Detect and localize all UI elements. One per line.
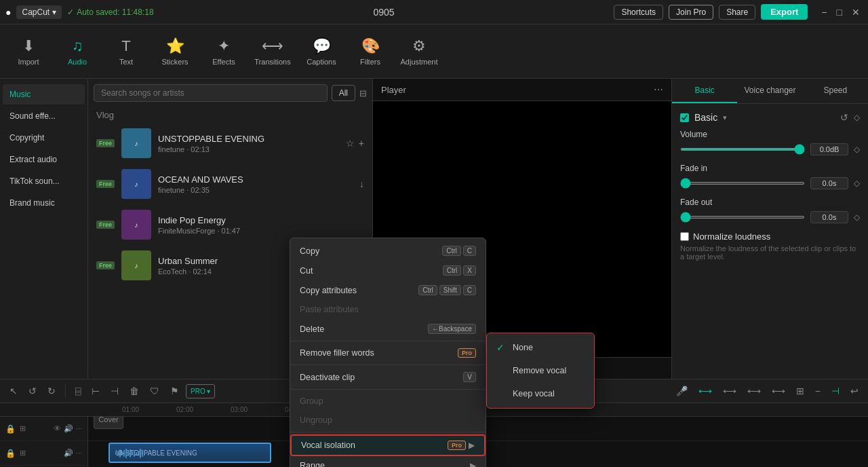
keyframe-button[interactable]: ◇ <box>854 113 860 122</box>
context-menu-group[interactable]: Group <box>290 392 486 411</box>
pro-tools-button[interactable]: PRO ▾ <box>186 384 215 398</box>
dropdown-icon[interactable]: ▾ <box>723 113 727 122</box>
fade-out-slider[interactable] <box>680 216 805 219</box>
trim-end-button[interactable]: ⊣ <box>106 383 123 399</box>
sidebar-item-copyright[interactable]: Copyright <box>3 128 85 148</box>
join-pro-button[interactable]: Join Pro <box>669 5 713 20</box>
context-menu-deactivate[interactable]: Deactivate clip V <box>290 367 486 387</box>
reset-button[interactable]: ↺ <box>840 112 848 123</box>
lock-icon: 🔒 <box>5 424 16 434</box>
eye-icon[interactable]: 👁 <box>54 424 61 433</box>
favorite-button[interactable]: ☆ <box>346 138 355 149</box>
sidebar-item-sound-effects[interactable]: Sound effe... <box>3 106 85 126</box>
toolbar-item-import[interactable]: ⬇ Import <box>5 28 52 75</box>
toolbar-item-adjustment[interactable]: ⚙ Adjustment <box>396 28 442 75</box>
more-icon[interactable]: ··· <box>76 449 82 457</box>
fade-in-value: 0.0s <box>810 177 848 189</box>
tab-speed[interactable]: Speed <box>803 79 868 103</box>
tab-basic[interactable]: Basic <box>672 79 737 103</box>
context-menu-copy[interactable]: Copy Ctrl C <box>290 241 486 261</box>
split-button[interactable]: ⌸ <box>71 383 85 399</box>
context-menu-cut[interactable]: Cut Ctrl X <box>290 261 486 280</box>
volume-label: Volume <box>680 130 860 139</box>
context-menu-ungroup[interactable]: Ungroup <box>290 411 486 430</box>
tab-voice-changer[interactable]: Voice changer <box>737 79 802 103</box>
context-menu-delete[interactable]: Delete ←Backspace <box>290 319 486 339</box>
sidebar-item-extract-audio[interactable]: Extract audio <box>3 149 85 170</box>
add-music-button[interactable]: + <box>359 138 364 149</box>
mic-button[interactable]: 🎤 <box>672 383 692 399</box>
list-item[interactable]: Free ♪ OCEAN AND WAVES finetune · 02:35 … <box>88 164 372 204</box>
toolbar-item-transitions[interactable]: ⟷ Transitions <box>250 28 296 75</box>
toolbar-item-text[interactable]: T Text <box>103 28 149 75</box>
menu-divider <box>290 432 486 432</box>
redo-button[interactable]: ↻ <box>43 383 60 399</box>
basic-checkbox[interactable] <box>680 113 689 122</box>
delete-button[interactable]: 🗑 <box>125 383 143 399</box>
fade-out-section: Fade out 0.0s ◇ <box>680 198 860 223</box>
audio-clip[interactable]: UNSTOPPABLE EVENING <box>108 443 271 463</box>
track-controls: 🔊 ··· <box>64 449 82 457</box>
filter-icon[interactable]: ⊟ <box>359 88 367 98</box>
sidebar-item-music[interactable]: Music <box>3 84 85 105</box>
merge-button[interactable]: ⟷ <box>743 383 765 399</box>
toolbar-item-stickers[interactable]: ⭐ Stickers <box>152 28 198 75</box>
fade-out-keyframe-button[interactable]: ◇ <box>854 212 860 222</box>
maximize-button[interactable]: □ <box>834 7 845 18</box>
toolbar-item-effects[interactable]: ✦ Effects <box>201 28 247 75</box>
volume-slider[interactable] <box>680 148 805 151</box>
all-filter-button[interactable]: All <box>332 85 355 101</box>
volume-slider-row: 0.0dB ◇ <box>680 143 860 155</box>
zoom-in-button[interactable]: ⊣ <box>827 383 844 399</box>
zoom-out-button[interactable]: − <box>811 383 825 399</box>
sidebar-item-tiktok-sound[interactable]: TikTok soun... <box>3 171 85 191</box>
flag-button[interactable]: ⚑ <box>166 383 183 399</box>
fade-in-slider[interactable] <box>680 182 805 185</box>
menu-divider <box>290 365 486 365</box>
shortcuts-button[interactable]: Shortcuts <box>614 5 663 20</box>
cursor-tool-button[interactable]: ↖ <box>5 383 22 399</box>
context-menu-paste-attributes[interactable]: Paste attributes <box>290 300 486 319</box>
normalize-checkbox[interactable] <box>680 232 689 241</box>
fade-in-keyframe-button[interactable]: ◇ <box>854 179 860 188</box>
undo-button[interactable]: ↺ <box>24 383 41 399</box>
volume-value: 0.0dB <box>810 143 848 155</box>
shield-button[interactable]: 🛡 <box>146 383 163 399</box>
music-info: Indie Pop Energy FiniteMusicForge · 01:4… <box>158 215 364 235</box>
audio-track-button[interactable]: ⟷ <box>694 383 716 399</box>
cover-label[interactable]: Cover <box>94 417 123 429</box>
sidebar-item-brand-music[interactable]: Brand music <box>3 193 85 213</box>
submenu-item-remove-vocal[interactable]: ✓ Remove vocal <box>487 359 594 382</box>
clone-button[interactable]: ⊞ <box>792 383 808 399</box>
close-button[interactable]: ✕ <box>849 7 863 18</box>
menu-button[interactable]: CapCut ▾ <box>16 5 62 19</box>
trim-start-button[interactable]: ⊢ <box>87 383 104 399</box>
toolbar-item-filters[interactable]: 🎨 Filters <box>347 28 393 75</box>
minimize-button[interactable]: − <box>818 7 829 18</box>
submenu-item-keep-vocal[interactable]: ✓ Keep vocal <box>487 382 594 405</box>
list-item[interactable]: Free ♪ UNSTOPPABLE EVENING finetune · 02… <box>88 123 372 164</box>
favorite-button[interactable]: ↓ <box>359 179 364 189</box>
menu-divider <box>290 341 486 341</box>
context-menu-remove-filler[interactable]: Remove filler words Pro <box>290 343 486 362</box>
shortcut-display: V <box>463 372 476 382</box>
volume-keyframe-button[interactable]: ◇ <box>854 145 860 154</box>
music-artist: finetune · 02:35 <box>158 186 353 194</box>
context-menu-copy-attributes[interactable]: Copy attributes Ctrl Shift C <box>290 280 486 300</box>
volume-icon[interactable]: 🔊 <box>64 449 73 457</box>
search-input[interactable] <box>94 84 328 102</box>
context-menu-vocal-isolation[interactable]: Vocal isolation Pro ▶ <box>290 434 486 456</box>
split-audio-button[interactable]: ⟷ <box>719 383 741 399</box>
submenu-item-none[interactable]: ✓ None <box>487 336 594 359</box>
auto-sync-button[interactable]: ⟷ <box>768 383 789 399</box>
normalize-description: Normalize the loudness of the selected c… <box>680 244 860 261</box>
fit-button[interactable]: ↩ <box>846 383 863 399</box>
toolbar-item-captions[interactable]: 💬 Captions <box>298 28 344 75</box>
context-menu-range[interactable]: Range ▶ <box>290 456 486 467</box>
share-button[interactable]: Share <box>719 5 755 20</box>
player-menu-button[interactable]: ⋯ <box>654 84 663 95</box>
export-button[interactable]: Export <box>761 4 808 20</box>
toolbar-item-audio[interactable]: ♫ Audio <box>54 28 100 75</box>
more-icon[interactable]: ··· <box>76 424 82 433</box>
volume-icon[interactable]: 🔊 <box>64 424 73 433</box>
